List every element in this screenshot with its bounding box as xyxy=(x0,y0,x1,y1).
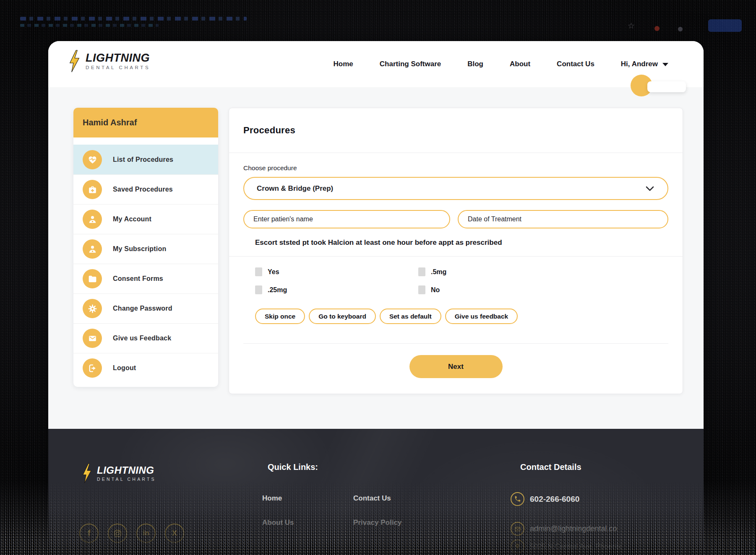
sidebar-item-give-us-feedback[interactable]: Give us Feedback xyxy=(73,323,218,353)
phone-number: 602-266-6060 xyxy=(530,495,579,504)
medical-bag-icon xyxy=(83,180,102,199)
sidebar-item-list-of-procedures[interactable]: List of Procedures xyxy=(73,145,218,174)
footer-link-contact-us[interactable]: Contact Us xyxy=(353,494,401,503)
bookmark-star-icon: ☆ xyxy=(628,21,635,31)
linkedin-glyph: in xyxy=(143,529,149,537)
phone-icon xyxy=(511,492,524,506)
contact-details-title: Contact Details xyxy=(520,462,581,472)
quick-links: Home Contact Us About Us Privacy Policy xyxy=(262,494,401,527)
patient-name-input[interactable] xyxy=(243,210,450,228)
checkbox-5mg[interactable] xyxy=(418,267,425,276)
next-button[interactable]: Next xyxy=(409,355,503,378)
footer-link-about-us[interactable]: About Us xyxy=(262,519,353,527)
treatment-date-input[interactable] xyxy=(458,210,668,228)
procedures-panel: Procedures Choose procedure Crown & Brid… xyxy=(229,108,683,394)
checkbox-yes[interactable] xyxy=(255,267,262,276)
extension-dot-icon xyxy=(654,26,660,31)
checkbox-25mg[interactable] xyxy=(255,285,262,294)
chevron-down-icon xyxy=(662,63,668,66)
nav-home[interactable]: Home xyxy=(334,60,353,68)
email-icon xyxy=(511,522,524,536)
next-area: Next xyxy=(243,344,668,378)
footer-link-home[interactable]: Home xyxy=(262,494,353,503)
brand-logo[interactable]: LIGHTNING DENTAL CHARTS xyxy=(67,50,150,73)
top-navbar: LIGHTNING DENTAL CHARTS Home Charting So… xyxy=(48,41,704,87)
nav-about[interactable]: About xyxy=(510,60,530,68)
browser-chrome-noise xyxy=(20,24,159,27)
nav-blog[interactable]: Blog xyxy=(467,60,483,68)
chevron-down-icon xyxy=(646,186,654,191)
sidebar-item-label: My Subscription xyxy=(113,245,166,253)
sidebar-item-saved-procedures[interactable]: Saved Procedures xyxy=(73,174,218,204)
gear-icon xyxy=(83,299,102,318)
sidebar-user-name: Hamid Ashraf xyxy=(73,108,218,137)
checkbox-no[interactable] xyxy=(418,285,425,294)
browser-chrome-noise xyxy=(20,17,247,21)
sidebar-gap xyxy=(73,137,218,145)
sidebar-item-my-account[interactable]: My Account xyxy=(73,204,218,234)
site-footer: LIGHTNING DENTAL CHARTS Quick Links: Hom… xyxy=(48,429,704,555)
x-icon[interactable]: X xyxy=(165,524,184,543)
option-label: .25mg xyxy=(268,286,287,294)
folder-icon xyxy=(83,269,102,288)
phone-link[interactable]: 602-266-6060 xyxy=(511,492,579,506)
street-address: 5025 N Central Ave, Phoenix xyxy=(530,542,621,551)
quick-links-title: Quick Links: xyxy=(268,462,318,472)
user-menu[interactable]: Hi, Andrew xyxy=(621,60,668,68)
procedure-question: Escort ststed pt took Halcion at least o… xyxy=(255,239,668,247)
sidebar-item-label: Consent Forms xyxy=(113,275,163,283)
linkedin-icon[interactable]: in xyxy=(136,524,156,543)
skip-once-button[interactable]: Skip once xyxy=(255,309,305,324)
account-sidebar: Hamid Ashraf List of Procedures Saved Pr… xyxy=(73,108,218,387)
sidebar-item-my-subscription[interactable]: My Subscription xyxy=(73,234,218,264)
panel-title-row: Procedures xyxy=(229,108,683,153)
heart-pulse-icon xyxy=(83,150,102,169)
nav-contact-us[interactable]: Contact Us xyxy=(557,60,594,68)
footer-brand-name: LIGHTNING DENTAL CHARTS xyxy=(97,465,156,482)
sidebar-item-label: Give us Feedback xyxy=(113,335,171,342)
sidebar-item-label: Logout xyxy=(113,364,136,372)
logout-icon xyxy=(83,358,102,378)
page-title: Procedures xyxy=(243,125,295,136)
procedure-select[interactable]: Crown & Bridge (Prep) xyxy=(243,177,668,200)
brand-line1: LIGHTNING xyxy=(86,52,150,64)
option-label: .5mg xyxy=(431,268,446,276)
lightning-bolt-icon xyxy=(67,50,81,73)
procedure-select-value: Crown & Bridge (Prep) xyxy=(257,184,333,193)
sidebar-item-label: My Account xyxy=(113,215,151,223)
sidebar-item-label: Change Password xyxy=(113,305,172,312)
facebook-icon[interactable]: f xyxy=(79,524,99,543)
email-address: admin@lightningdental.co xyxy=(530,524,617,533)
patient-date-row xyxy=(243,210,668,228)
facebook-glyph: f xyxy=(88,529,91,538)
set-as-default-button[interactable]: Set as default xyxy=(380,309,441,324)
option-label: No xyxy=(431,286,440,294)
go-to-keyboard-button[interactable]: Go to keyboard xyxy=(309,309,376,324)
option-yes: Yes xyxy=(255,267,418,276)
option-25mg: .25mg xyxy=(255,285,418,294)
divider xyxy=(229,256,683,257)
footer-brand-logo[interactable]: LIGHTNING DENTAL CHARTS xyxy=(81,463,156,483)
option-no: No xyxy=(418,285,668,294)
choose-procedure-label: Choose procedure xyxy=(243,164,668,172)
give-us-feedback-button[interactable]: Give us feedback xyxy=(445,309,518,324)
panel-body: Choose procedure Crown & Bridge (Prep) E… xyxy=(229,164,683,378)
browser-chrome-noise xyxy=(708,19,742,32)
sidebar-item-label: Saved Procedures xyxy=(113,186,173,193)
instagram-icon[interactable] xyxy=(108,524,127,543)
social-links: f in X xyxy=(79,524,184,543)
footer-link-privacy-policy[interactable]: Privacy Policy xyxy=(353,519,401,527)
envelope-icon xyxy=(83,329,102,348)
nav-charting-software[interactable]: Charting Software xyxy=(380,60,441,68)
sidebar-item-change-password[interactable]: Change Password xyxy=(73,293,218,323)
email-link[interactable]: admin@lightningdental.co xyxy=(511,522,617,536)
brand-line2: DENTAL CHARTS xyxy=(97,477,156,482)
user-menu-label: Hi, Andrew xyxy=(621,60,658,68)
option-5mg: .5mg xyxy=(418,267,668,276)
extension-dot-icon xyxy=(678,27,683,31)
option-label: Yes xyxy=(268,268,279,276)
sidebar-item-logout[interactable]: Logout xyxy=(73,353,218,383)
lightning-bolt-icon xyxy=(81,463,93,483)
sidebar-item-consent-forms[interactable]: Consent Forms xyxy=(73,264,218,293)
brand-line1: LIGHTNING xyxy=(97,465,156,475)
